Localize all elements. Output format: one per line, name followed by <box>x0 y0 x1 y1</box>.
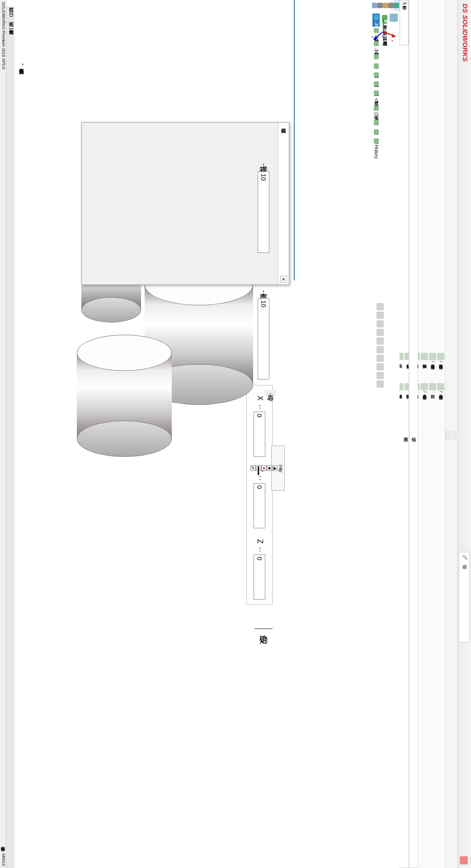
tree-tab-property[interactable] <box>388 0 394 11</box>
tab-motion[interactable]: 运动算例 1 <box>6 23 14 34</box>
status-editing: 在编辑 零件 <box>0 843 6 844</box>
scene-icon[interactable] <box>377 372 384 379</box>
diameter-input[interactable] <box>258 171 269 253</box>
ribbon-放样凸台/基体[interactable]: 放样凸台/基体 <box>429 350 437 381</box>
cm-tab-草图[interactable]: 草图 <box>401 0 410 868</box>
tree-item-实体(3)[interactable]: 实体(3) <box>372 104 380 119</box>
ribbon-icon <box>421 353 428 360</box>
svg-text:y: y <box>382 22 386 24</box>
tree-tab-feature[interactable] <box>394 0 399 11</box>
tree-item-icon <box>374 63 379 68</box>
tree-item-icon <box>374 81 379 86</box>
tree-item-icon <box>374 54 379 59</box>
ribbon-扫描[interactable]: 扫描 <box>429 380 437 412</box>
ribbon-旋转凸台/基体[interactable]: 旋转凸台/基体 <box>437 350 445 381</box>
z-label: Z： <box>255 533 264 551</box>
macro-title: 宏(M) <box>278 465 283 471</box>
macro-edit-icon[interactable]: ✎ <box>250 465 256 471</box>
ribbon-icon <box>437 383 444 390</box>
tree-item-材质 <未指定>[interactable]: 材质 <未指定> <box>372 89 380 104</box>
cm-tab-特征[interactable]: 特征 <box>410 0 418 868</box>
svg-marker-1 <box>382 18 385 22</box>
diameter-label: 直径： <box>258 132 269 168</box>
status-version: SOLIDWORKS Premium 2019 SP5.0 <box>0 2 6 69</box>
macro-pause-icon[interactable]: ❚❚ <box>256 465 261 471</box>
zoom-area-icon[interactable] <box>377 312 384 319</box>
tree-item-传感器[interactable]: 传感器 <box>372 128 380 137</box>
status-units[interactable]: MMGS <box>0 854 6 866</box>
view-orientation-label: *上下二等角轴测 <box>18 63 25 65</box>
tree-item-右视基准面[interactable]: 右视基准面 <box>372 62 380 71</box>
x-input[interactable] <box>254 412 265 457</box>
tree-tab-display[interactable] <box>372 0 377 11</box>
view-settings-icon[interactable] <box>377 380 384 388</box>
tree-item-History[interactable]: History <box>372 137 380 160</box>
ribbon-边界凸台/基体[interactable]: 边界凸台/基体 <box>420 380 429 412</box>
section-view-icon[interactable] <box>377 329 384 336</box>
macro-toolbar: 宏(M) ▶ ■ ● ❚❚ ✎ <box>271 446 285 491</box>
height-input[interactable] <box>258 298 269 379</box>
tree-tab-config[interactable] <box>383 0 388 11</box>
ribbon-icon <box>437 353 444 360</box>
view-triad: y x z <box>370 18 397 45</box>
search-input[interactable]: 🔍 搜索命令 <box>459 552 470 642</box>
y-input[interactable] <box>254 483 265 528</box>
macro-play-icon[interactable]: ▶ <box>272 465 278 471</box>
z-input[interactable] <box>254 555 265 600</box>
tree-item-上视基准面[interactable]: 上视基准面 <box>372 71 380 80</box>
svg-text:x: x <box>391 40 395 42</box>
svg-text:z: z <box>371 36 375 38</box>
macro-record-icon[interactable]: ● <box>261 465 267 471</box>
heads-up-toolbar <box>375 303 385 421</box>
center-group-label: 圆心： <box>264 390 276 396</box>
tree-tab-dim[interactable] <box>377 0 383 11</box>
tab-model[interactable]: 模型 <box>6 0 14 8</box>
status-bar: SOLIDWORKS Premium 2019 SP5.0 在编辑 零件 MMG… <box>0 0 6 868</box>
app-logo: DS SOLIDWORKS <box>460 0 471 868</box>
close-icon[interactable] <box>460 856 468 864</box>
hide-show-icon[interactable] <box>377 355 384 362</box>
view-orient-icon[interactable] <box>377 337 384 345</box>
tree-item-icon <box>374 72 379 77</box>
macro-stop-icon[interactable]: ■ <box>267 465 272 471</box>
svg-marker-3 <box>392 34 396 38</box>
cylinder-3[interactable] <box>77 353 172 439</box>
zoom-fit-icon[interactable] <box>377 303 384 310</box>
cylinder-dialog: 圆柱体 ✕ 直径： 高度： 圆心： X： Y： Z： 确定 <box>81 122 289 285</box>
tree-item-icon <box>374 129 379 134</box>
document-tab[interactable]: 零件5 * <box>400 0 409 45</box>
tree-item-原点[interactable]: 原点 <box>372 53 380 62</box>
x-label: X： <box>255 390 264 408</box>
ribbon-拉伸切除[interactable]: 拉伸切除 <box>420 350 429 381</box>
tree-item-icon <box>374 90 379 95</box>
height-label: 高度： <box>258 258 269 294</box>
ribbon-icon <box>429 353 436 360</box>
tree-item-icon <box>374 106 379 111</box>
ribbon-icon <box>429 383 436 390</box>
ok-button[interactable]: 确定 <box>254 628 273 629</box>
svg-line-4 <box>374 32 383 38</box>
dialog-close-button[interactable]: ✕ <box>280 276 287 283</box>
tree-item-icon <box>374 120 379 125</box>
ribbon-icon <box>421 383 428 390</box>
prev-view-icon[interactable] <box>377 320 384 327</box>
tree-item-前视基准面[interactable]: 前视基准面 <box>372 80 380 89</box>
appearance-icon[interactable] <box>377 363 384 370</box>
tree-item-注解[interactable]: 注解 <box>372 119 380 128</box>
ribbon-拉伸凸台/基体[interactable]: 拉伸凸台/基体 <box>437 380 445 412</box>
tab-3dview[interactable]: 3D 视图 <box>6 8 14 23</box>
tree-item-icon <box>374 138 379 143</box>
display-style-icon[interactable] <box>377 346 384 353</box>
